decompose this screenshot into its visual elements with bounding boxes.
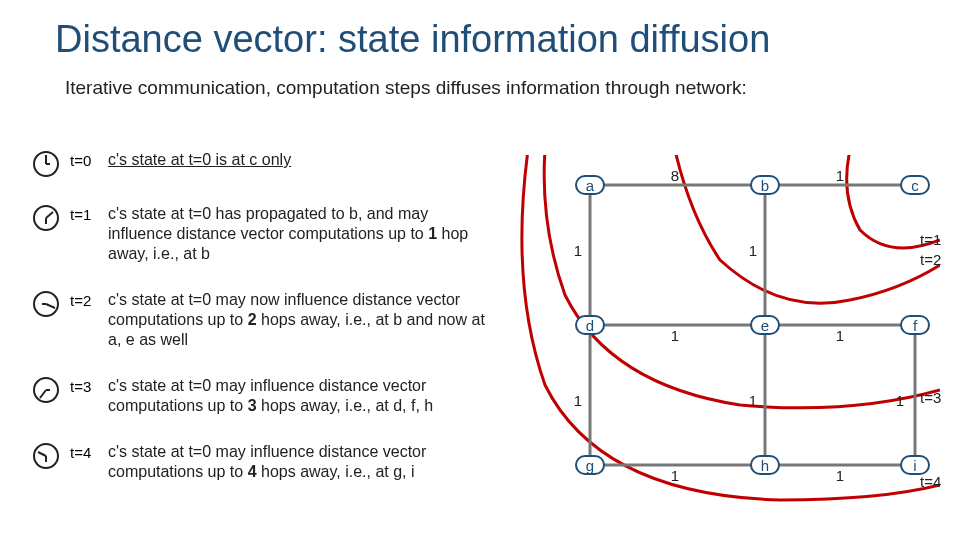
clock-icon <box>32 150 60 178</box>
node-c: c <box>900 175 930 195</box>
step-time: t=0 <box>70 150 108 169</box>
edge-weight: 8 <box>671 167 679 184</box>
svg-line-4 <box>46 212 53 218</box>
step-row: t=2 c's state at t=0 may now influence d… <box>72 290 492 350</box>
node-i: i <box>900 455 930 475</box>
wave-t3 <box>544 155 940 408</box>
page-title: Distance vector: state information diffu… <box>0 0 960 61</box>
step-time: t=1 <box>70 204 108 223</box>
edge-weight: 1 <box>836 327 844 344</box>
wave-label: t=2 <box>920 251 941 268</box>
wave-label: t=1 <box>920 231 941 248</box>
step-row: t=4 c's state at t=0 may influence dista… <box>72 442 492 482</box>
clock-icon <box>32 442 60 470</box>
edge-weight: 1 <box>836 467 844 484</box>
edge-weight: 1 <box>671 467 679 484</box>
node-f: f <box>900 315 930 335</box>
step-row: t=0 c's state at t=0 is at c only <box>72 150 492 178</box>
clock-icon <box>32 376 60 404</box>
wave-label: t=4 <box>920 473 941 490</box>
step-row: t=1 c's state at t=0 has propagated to b… <box>72 204 492 264</box>
step-row: t=3 c's state at t=0 may influence dista… <box>72 376 492 416</box>
step-time: t=4 <box>70 442 108 461</box>
step-desc: c's state at t=0 may now influence dista… <box>108 290 492 350</box>
node-b: b <box>750 175 780 195</box>
edge-weight: 1 <box>671 327 679 344</box>
node-h: h <box>750 455 780 475</box>
node-a: a <box>575 175 605 195</box>
node-e: e <box>750 315 780 335</box>
step-desc: c's state at t=0 may influence distance … <box>108 442 492 482</box>
edge-weight: 1 <box>749 242 757 259</box>
svg-line-10 <box>40 390 46 398</box>
network-graph: a b c d e f g h i 8 1 1 1 1 1 1 1 1 1 1 … <box>520 155 940 515</box>
wave-t2 <box>675 155 940 303</box>
edge-weight: 1 <box>749 392 757 409</box>
edge-weight: 1 <box>836 167 844 184</box>
page-subtitle: Iterative communication, computation ste… <box>0 61 960 99</box>
step-desc: c's state at t=0 has propagated to b, an… <box>108 204 492 264</box>
svg-line-7 <box>46 304 55 308</box>
step-list: t=0 c's state at t=0 is at c only t=1 c'… <box>72 150 492 508</box>
edge-weight: 1 <box>574 242 582 259</box>
step-desc: c's state at t=0 may influence distance … <box>108 376 492 416</box>
edge-weight: 1 <box>896 392 904 409</box>
edge-weight: 1 <box>574 392 582 409</box>
step-time: t=2 <box>70 290 108 309</box>
svg-line-13 <box>38 452 46 456</box>
node-g: g <box>575 455 605 475</box>
step-desc: c's state at t=0 is at c only <box>108 150 492 170</box>
node-d: d <box>575 315 605 335</box>
clock-icon <box>32 290 60 318</box>
step-time: t=3 <box>70 376 108 395</box>
wave-label: t=3 <box>920 389 941 406</box>
clock-icon <box>32 204 60 232</box>
